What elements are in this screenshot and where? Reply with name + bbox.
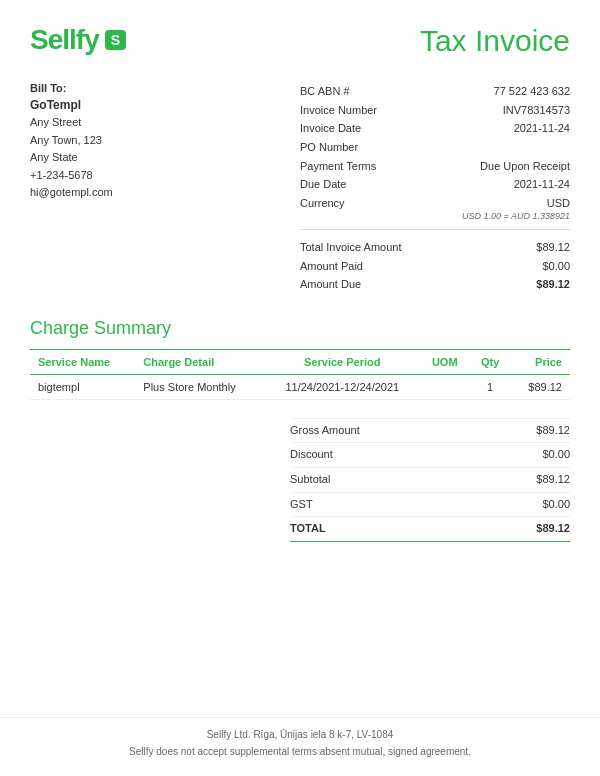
- amount-paid-value: $0.00: [542, 257, 570, 276]
- totals-row: GST $0.00: [290, 493, 570, 518]
- invoice-details: BC ABN # 77 522 423 632 Invoice Number I…: [300, 82, 570, 294]
- table-row: bigtempl Plus Store Monthly 11/24/2021-1…: [30, 374, 570, 399]
- totals-value: $89.12: [536, 520, 570, 538]
- amount-due-value: $89.12: [536, 275, 570, 294]
- charge-table: Service Name Charge Detail Service Perio…: [30, 349, 570, 400]
- col-charge-detail: Charge Detail: [135, 349, 264, 374]
- bill-to-company: GoTempl: [30, 98, 273, 112]
- cell-uom: [420, 374, 470, 399]
- invoice-number-value: INV78314573: [503, 101, 570, 120]
- bill-to-phone: +1-234-5678: [30, 167, 273, 185]
- totals-value: $89.12: [536, 422, 570, 440]
- totals-row: Gross Amount $89.12: [290, 418, 570, 444]
- logo-badge: S: [105, 30, 126, 50]
- amount-paid-row: Amount Paid $0.00: [300, 257, 570, 276]
- cell-price: $89.12: [511, 374, 570, 399]
- totals-value: $0.00: [542, 446, 570, 464]
- bill-to-address1: Any Street: [30, 114, 273, 132]
- totals-section: Gross Amount $89.12 Discount $0.00 Subto…: [30, 418, 570, 542]
- payment-terms-value: Due Upon Receipt: [480, 157, 570, 176]
- col-service-period: Service Period: [265, 349, 420, 374]
- payment-terms-label: Payment Terms: [300, 157, 376, 176]
- po-number-row: PO Number: [300, 138, 570, 157]
- totals-value: $89.12: [536, 471, 570, 489]
- invoice-date-value: 2021-11-24: [514, 119, 570, 138]
- col-qty: Qty: [470, 349, 511, 374]
- abn-value: 77 522 423 632: [494, 82, 570, 101]
- currency-label: Currency: [300, 194, 345, 213]
- info-section: Bill To: GoTempl Any Street Any Town, 12…: [30, 82, 570, 294]
- total-invoice-row: Total Invoice Amount $89.12: [300, 238, 570, 257]
- po-number-label: PO Number: [300, 138, 358, 157]
- bill-to-label: Bill To:: [30, 82, 273, 94]
- due-date-label: Due Date: [300, 175, 346, 194]
- total-invoice-label: Total Invoice Amount: [300, 238, 402, 257]
- cell-service-name: bigtempl: [30, 374, 135, 399]
- bill-to-address3: Any State: [30, 149, 273, 167]
- bill-to-email: hi@gotempl.com: [30, 184, 273, 202]
- totals-row: TOTAL $89.12: [290, 517, 570, 542]
- col-price: Price: [511, 349, 570, 374]
- totals-label: Discount: [290, 446, 333, 464]
- payment-terms-row: Payment Terms Due Upon Receipt: [300, 157, 570, 176]
- logo: Sellfy S: [30, 24, 126, 56]
- due-date-value: 2021-11-24: [514, 175, 570, 194]
- invoice-title: Tax Invoice: [420, 24, 570, 58]
- totals-label: Gross Amount: [290, 422, 360, 440]
- table-header-row: Service Name Charge Detail Service Perio…: [30, 349, 570, 374]
- col-uom: UOM: [420, 349, 470, 374]
- invoice-number-row: Invoice Number INV78314573: [300, 101, 570, 120]
- totals-label: TOTAL: [290, 520, 326, 538]
- totals-row: Discount $0.00: [290, 443, 570, 468]
- amount-due-label: Amount Due: [300, 275, 361, 294]
- charge-summary-title: Charge Summary: [30, 318, 570, 339]
- cell-service-period: 11/24/2021-12/24/2021: [265, 374, 420, 399]
- bill-to: Bill To: GoTempl Any Street Any Town, 12…: [30, 82, 273, 294]
- totals-value: $0.00: [542, 496, 570, 514]
- totals-label: GST: [290, 496, 313, 514]
- footer: Sellfy Ltd. Rīga, Ūnijas iela 8 k-7, LV-…: [0, 717, 600, 760]
- bill-to-address2: Any Town, 123: [30, 132, 273, 150]
- header: Sellfy S Tax Invoice: [30, 24, 570, 58]
- amount-paid-label: Amount Paid: [300, 257, 363, 276]
- totals-label: Subtotal: [290, 471, 330, 489]
- due-date-row: Due Date 2021-11-24: [300, 175, 570, 194]
- totals-row: Subtotal $89.12: [290, 468, 570, 493]
- abn-label: BC ABN #: [300, 82, 350, 101]
- totals-table: Gross Amount $89.12 Discount $0.00 Subto…: [290, 418, 570, 542]
- invoice-date-row: Invoice Date 2021-11-24: [300, 119, 570, 138]
- total-invoice-value: $89.12: [536, 238, 570, 257]
- invoice-page: Sellfy S Tax Invoice Bill To: GoTempl An…: [0, 0, 600, 776]
- divider-1: [300, 229, 570, 230]
- amount-due-row: Amount Due $89.12: [300, 275, 570, 294]
- footer-line2: Sellfy does not accept supplemental term…: [0, 743, 600, 760]
- invoice-date-label: Invoice Date: [300, 119, 361, 138]
- abn-row: BC ABN # 77 522 423 632: [300, 82, 570, 101]
- cell-qty: 1: [470, 374, 511, 399]
- invoice-number-label: Invoice Number: [300, 101, 377, 120]
- logo-text: Sellfy: [30, 24, 99, 56]
- footer-line1: Sellfy Ltd. Rīga, Ūnijas iela 8 k-7, LV-…: [0, 726, 600, 743]
- col-service-name: Service Name: [30, 349, 135, 374]
- cell-charge-detail: Plus Store Monthly: [135, 374, 264, 399]
